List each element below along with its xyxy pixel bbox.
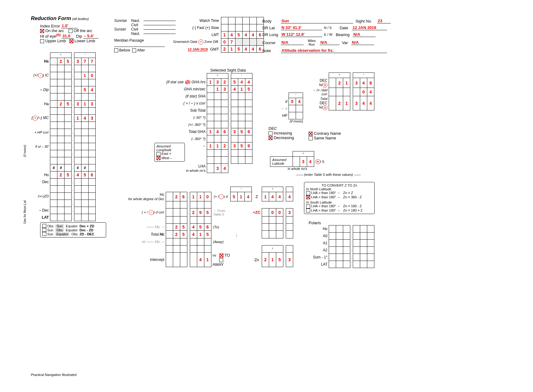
sel-sight-header: Selected Sight Data [204, 68, 252, 72]
naut-label-2: Naut. [131, 31, 144, 36]
total-gha-label: Total GHA [154, 128, 207, 135]
hs-label: Hs [28, 58, 50, 65]
civil-label-1: Civil [131, 23, 144, 27]
miles-value[interactable]: N/A [320, 40, 339, 45]
lha-lt-n-cb[interactable] [306, 195, 310, 199]
polaris-table: Ho. A0. A1. A2. Sum - 1°. LAT. [309, 225, 374, 268]
date-value[interactable]: 12 JAN 2019 [352, 25, 387, 30]
zd-row: (+/-)ZD [28, 193, 50, 200]
lha-gt-n-cb[interactable] [306, 191, 310, 195]
west-checkbox[interactable] [156, 156, 160, 160]
form-subtitle: (all bodies) [72, 17, 89, 21]
noon-cb-2[interactable] [42, 228, 46, 232]
bearing-label: Bearing [334, 32, 353, 37]
increasing-checkbox[interactable] [269, 131, 273, 135]
lha-lt-s-cb[interactable] [306, 208, 310, 213]
ht-eye-value[interactable]: 31.0 [62, 34, 74, 39]
bearing-value[interactable]: N/A [353, 32, 376, 37]
after-checkbox[interactable] [132, 48, 136, 52]
vcorr-label: ( + / – ) v corr [154, 100, 207, 107]
meridian-passage-field[interactable] [114, 47, 165, 47]
polaris-label: Polaris [309, 221, 374, 225]
east-checkbox[interactable] [156, 152, 160, 156]
off-arc-checkbox[interactable] [69, 29, 73, 33]
contrary-checkbox[interactable] [309, 132, 313, 136]
lha-label: LHA [198, 164, 206, 168]
on-arc-label: On the arc [45, 28, 64, 33]
time-table: Watch Time (-) Fast (+) Slow LMT 145446 … [173, 17, 264, 53]
note-label: Note [262, 48, 281, 53]
hc-label: Hc [160, 192, 164, 197]
date-label: Date [333, 26, 352, 30]
zn-label: Zn [252, 253, 262, 267]
enter-t5-label: —— (enter Table 5 with these values) —— [296, 173, 361, 176]
north-lat-label: In North Latitude [306, 187, 373, 191]
course-value[interactable]: N/A [281, 40, 304, 45]
ht-eye-label: Ht of eye [40, 34, 56, 39]
noon-cb-3[interactable] [42, 232, 46, 236]
down-arrow-icon: ↓ [211, 231, 262, 238]
zc-label: +ZC [252, 208, 262, 217]
intercept-label: Intercept [119, 253, 166, 267]
south-lat-label: In South Latitude [306, 200, 373, 204]
noon-lat-notes: Obs Sun Equator Dec + ZD Sun Obs Equator… [40, 222, 106, 237]
mi-label: mi [213, 254, 216, 257]
to-checkbox[interactable] [219, 254, 223, 258]
decreasing-checkbox[interactable] [269, 136, 273, 140]
sunset-civil-field[interactable] [144, 29, 176, 30]
same-label: Same Name [314, 136, 336, 140]
lower-limb-checkbox[interactable] [69, 39, 73, 43]
hc-sub: for whole degree of Dec [128, 197, 164, 201]
drlong-label: DR Long [262, 32, 281, 37]
dip-value[interactable]: – 5.4' [83, 34, 98, 39]
drlat-value[interactable]: N 33° 41.3' [281, 25, 322, 30]
ho-arrow-label: Ho [155, 225, 160, 229]
note-value[interactable]: Altitude observation for fix. [281, 48, 387, 53]
ho-label: Ho [28, 171, 50, 179]
sunrise-naut-field[interactable] [144, 21, 176, 21]
total-hc-label: Hc [160, 232, 164, 237]
noon-lat-side-label: Use for Noon Lat [23, 200, 27, 224]
sha-label: (if star) SHA [154, 93, 207, 100]
z-label: Z [252, 192, 262, 201]
dec-south-circle: S [323, 83, 327, 88]
sunset-naut-field[interactable] [144, 34, 176, 34]
if-moon-side-label: (if moon) [23, 145, 27, 157]
d-label: d [269, 98, 289, 105]
dec-table: °' DECN/S 21. 348 → (+ /⊖)d corr . 04 To… [309, 72, 374, 110]
index-error-value[interactable]: 1.0' [61, 23, 78, 28]
meridian-passage-label: Meridian Passage [114, 38, 176, 43]
upper-limb-label: Upper Limb [45, 39, 66, 43]
lat-row: LAT [28, 214, 50, 221]
before-checkbox[interactable] [114, 48, 118, 52]
lha-gt-s-cb[interactable] [306, 204, 310, 208]
var-value[interactable]: N/A [351, 40, 374, 45]
assumed-lat-n-circle: N [315, 159, 320, 164]
upper-limb-checkbox[interactable] [40, 39, 44, 43]
zone-diff-label: Zone Diff. [204, 40, 219, 43]
minus-dec-label: – Dec [28, 207, 50, 214]
dec-heading: DEC [269, 126, 303, 131]
noon-cb-1[interactable] [42, 224, 46, 228]
gha-hrs-label: (if star use ♈) GHA hrs [154, 79, 207, 86]
body-value[interactable]: Sun [281, 19, 353, 23]
dvhp-table: ' d04 ← v HP [269, 93, 303, 119]
mc-label: (+/–) MC [28, 115, 50, 122]
pm360-label: (+/- 360° ?) [154, 121, 207, 128]
sunrise-civil-field[interactable] [144, 25, 176, 25]
if-moon-label: (if moon) [269, 119, 303, 123]
minus60-label: (- 60° ?) [154, 114, 207, 121]
subtotal-label: Sub Total [154, 107, 207, 114]
footer-note: Practical Navigation Illustrated [31, 373, 77, 377]
var-label: Var [339, 40, 351, 45]
index-error-label: Index Error [40, 24, 60, 28]
on-arc-checkbox[interactable] [40, 29, 44, 33]
polaris-a2: A2 [309, 247, 329, 254]
same-checkbox[interactable] [309, 136, 313, 140]
drlong-value[interactable]: W 112° 12.8' [281, 32, 322, 37]
west-label: West – [161, 156, 172, 160]
plus-circle-icon: + [198, 39, 203, 44]
away-checkbox[interactable] [219, 258, 223, 262]
assumed-long-box: Assumed Longitude East + West – [154, 143, 185, 162]
sight-no-value[interactable]: 23 [377, 19, 391, 23]
